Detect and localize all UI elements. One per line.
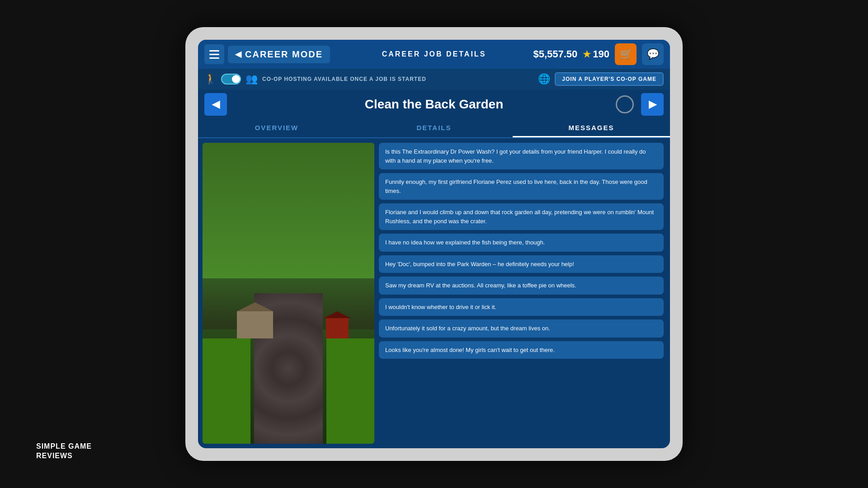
watermark-line1: SIMPLE GAME (36, 442, 92, 450)
messages-panel: Is this The Extraordinary Dr Power Wash?… (379, 143, 665, 444)
coop-left: 🚶 👥 CO-OP HOSTING AVAILABLE ONCE A JOB I… (204, 73, 426, 85)
message-bubble: Floriane and I would climb up and down t… (379, 203, 664, 230)
message-bubble: Is this The Extraordinary Dr Power Wash?… (379, 143, 664, 169)
message-bubble: Saw my dream RV at the auctions. All cre… (379, 277, 664, 295)
join-coop-button[interactable]: JOIN A PLAYER'S CO-OP GAME (555, 72, 664, 86)
coop-person-icon: 🚶 (204, 73, 217, 85)
shop-button[interactable]: 🛒 (615, 43, 637, 65)
chat-button[interactable]: 💬 (642, 43, 664, 65)
shop-icon: 🛒 (620, 48, 632, 60)
top-bar-right: $5,557.50 ★ 190 🛒 💬 (533, 43, 664, 65)
right-lawn (326, 338, 374, 444)
message-bubble: Hey 'Doc', bumped into the Park Warden –… (379, 255, 664, 273)
rating-value: 190 (593, 48, 609, 60)
tab-messages[interactable]: MESSAGES (513, 119, 670, 137)
message-bubble: Looks like you're almost done! My girls … (379, 341, 664, 359)
prev-job-button[interactable]: ◀ (204, 93, 227, 116)
hamburger-button[interactable] (204, 44, 224, 64)
message-bubble: Unfortunately it sold for a crazy amount… (379, 319, 664, 338)
chat-icon: 💬 (647, 48, 659, 60)
tab-details[interactable]: DETAILS (355, 119, 513, 137)
coop-message: CO-OP HOSTING AVAILABLE ONCE A JOB IS ST… (262, 76, 426, 82)
watermark-line2: REVIEWS (36, 452, 73, 460)
coop-toggle[interactable] (221, 74, 241, 84)
job-header: ◀ Clean the Back Garden ▶ (198, 89, 670, 119)
rating-display: ★ 190 (583, 48, 609, 60)
watermark: SIMPLE GAME REVIEWS (36, 442, 92, 461)
tablet-screen: ◀ CAREER MODE CAREER JOB DETAILS $5,557.… (198, 40, 670, 448)
top-bar-left: ◀ CAREER MODE (204, 44, 330, 64)
tab-overview[interactable]: OVERVIEW (198, 119, 355, 137)
career-mode-button[interactable]: ◀ CAREER MODE (228, 46, 330, 63)
garden-scene (203, 143, 374, 444)
coop-bar: 🚶 👥 CO-OP HOSTING AVAILABLE ONCE A JOB I… (198, 69, 670, 89)
main-content: Is this The Extraordinary Dr Power Wash?… (198, 138, 670, 448)
message-bubble: Funnily enough, my first girlfriend Flor… (379, 173, 664, 200)
star-icon: ★ (583, 49, 591, 60)
messages-list[interactable]: Is this The Extraordinary Dr Power Wash?… (379, 143, 665, 444)
garden-background (203, 143, 374, 444)
trees-background (203, 143, 374, 278)
coop-group-icon: 👥 (245, 73, 258, 85)
left-lawn (203, 338, 250, 444)
message-bubble: I have no idea how we explained the fish… (379, 234, 664, 252)
back-arrow-icon: ◀ (235, 49, 241, 59)
message-bubble: I wouldn't know whether to drive it or l… (379, 298, 664, 316)
page-title: CAREER JOB DETAILS (382, 50, 486, 58)
globe-icon: 🌐 (538, 73, 550, 85)
toggle-knob (232, 75, 240, 83)
job-preview-image (203, 143, 374, 444)
progress-circle (616, 95, 634, 113)
job-title: Clean the Back Garden (227, 97, 641, 112)
next-job-button[interactable]: ▶ (641, 93, 664, 116)
house-building (237, 311, 273, 338)
balance-display: $5,557.50 (533, 48, 577, 60)
tablet-frame: ◀ CAREER MODE CAREER JOB DETAILS $5,557.… (185, 27, 683, 461)
career-mode-label: CAREER MODE (245, 49, 323, 60)
tab-bar: OVERVIEW DETAILS MESSAGES (198, 119, 670, 138)
coop-right: 🌐 JOIN A PLAYER'S CO-OP GAME (538, 72, 664, 86)
top-bar: ◀ CAREER MODE CAREER JOB DETAILS $5,557.… (198, 40, 670, 69)
red-shed (326, 318, 349, 338)
